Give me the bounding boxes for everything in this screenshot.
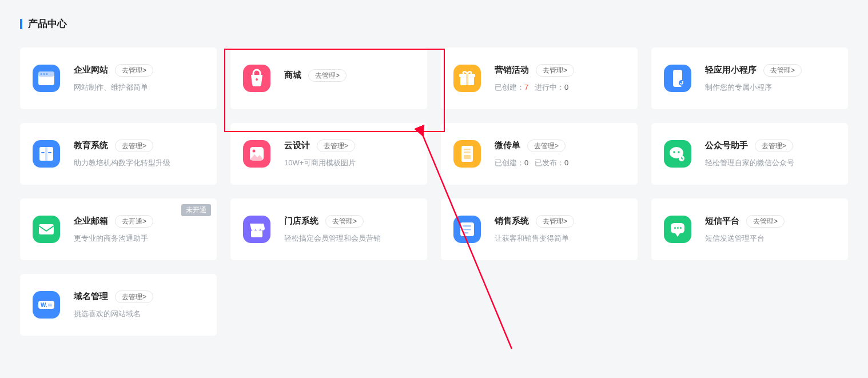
- product-card-xiaoshou-xitong[interactable]: 销售系统去管理>让获客和销售变得简单: [441, 198, 638, 260]
- card-description: 让获客和销售变得简单: [495, 233, 625, 244]
- section-title-text: 产品中心: [28, 17, 67, 30]
- product-card-gongzhonghao-zhushou[interactable]: 公众号助手去管理>轻松管理自家的微信公众号: [651, 123, 848, 185]
- card-title: 短信平台: [705, 216, 739, 226]
- stat-label: 已创建：: [495, 158, 524, 167]
- manage-button[interactable]: 去管理>: [317, 140, 355, 152]
- card-description: 已创建：0 已发布：0: [495, 158, 625, 168]
- manage-button[interactable]: 去管理>: [527, 140, 566, 152]
- product-card-duanxin-pingtai[interactable]: 短信平台去管理>短信发送管理平台: [651, 198, 848, 260]
- stat-label: 已发布：: [535, 158, 564, 167]
- card-description: 已创建：7 进行中：0: [495, 82, 625, 93]
- card-description: 10W+可商用模板图片: [284, 158, 415, 168]
- card-description: 轻松搞定会员管理和会员营销: [284, 233, 415, 244]
- product-card-qingyingyong-xiaochengxu[interactable]: 轻应用小程序去管理>制作您的专属小程序: [651, 47, 848, 109]
- product-card-qiye-wangzhan[interactable]: 企业网站去管理>网站制作、维护都简单: [20, 47, 217, 109]
- stat-label: 进行中：: [535, 83, 564, 91]
- card-description: 网站制作、维护都简单: [74, 82, 204, 93]
- product-card-jiaoyu-xitong[interactable]: 教育系统去管理>助力教培机构数字化转型升级: [20, 123, 217, 185]
- manage-button[interactable]: 去管理>: [746, 215, 785, 228]
- card-title: 销售系统: [495, 216, 529, 226]
- stat-value: 0: [564, 83, 568, 91]
- card-description: 助力教培机构数字化转型升级: [74, 158, 204, 168]
- card-description: 短信发送管理平台: [705, 233, 835, 244]
- manage-button[interactable]: 去管理>: [755, 140, 793, 152]
- card-title: 教育系统: [74, 140, 108, 151]
- card-title: 营销活动: [495, 65, 529, 75]
- image-icon: [243, 140, 270, 168]
- domain-icon: [33, 291, 60, 319]
- open-button[interactable]: 去开通>: [115, 215, 153, 228]
- product-card-wei-chuandan[interactable]: 微传单去管理>已创建：0 已发布：0: [441, 123, 638, 185]
- bag-icon: [243, 65, 270, 92]
- section-title: 产品中心: [20, 17, 848, 30]
- product-card-yingxiao-huodong[interactable]: 营销活动去管理>已创建：7 进行中：0: [441, 47, 638, 109]
- manage-button[interactable]: 去管理>: [115, 64, 153, 77]
- not-opened-badge: 未开通: [181, 204, 211, 216]
- window-icon: [33, 65, 60, 92]
- card-description: 挑选喜欢的网站域名: [74, 309, 204, 319]
- stat-value: 0: [564, 158, 568, 167]
- store-icon: [243, 216, 270, 243]
- list-icon: [453, 216, 481, 243]
- product-card-yun-sheji[interactable]: 云设计去管理>10W+可商用模板图片: [230, 123, 427, 185]
- chat-icon: [664, 216, 691, 243]
- card-title: 门店系统: [284, 216, 318, 226]
- wechat-icon: [664, 140, 691, 168]
- card-title: 轻应用小程序: [705, 65, 756, 75]
- manage-button[interactable]: 去管理>: [115, 291, 153, 303]
- manage-button[interactable]: 去管理>: [325, 215, 364, 228]
- card-title: 企业网站: [74, 65, 108, 75]
- card-description: 制作您的专属小程序: [705, 82, 835, 93]
- stat-label: 已创建：: [495, 83, 524, 91]
- card-title: 域名管理: [74, 291, 108, 302]
- card-description: 轻松管理自家的微信公众号: [705, 158, 835, 168]
- card-title: 云设计: [284, 140, 310, 151]
- product-card-qiye-youxiang[interactable]: 企业邮箱去开通>更专业的商务沟通助手未开通: [20, 198, 217, 260]
- manage-button[interactable]: 去管理>: [536, 64, 574, 77]
- card-title: 公众号助手: [705, 140, 748, 151]
- card-title: 企业邮箱: [74, 216, 108, 226]
- manage-button[interactable]: 去管理>: [763, 64, 802, 77]
- flyer-icon: [453, 140, 481, 168]
- product-card-mendian-xitong[interactable]: 门店系统去管理>轻松搞定会员管理和会员营销: [230, 198, 427, 260]
- manage-button[interactable]: 去管理>: [115, 140, 153, 152]
- card-title: 微传单: [495, 140, 520, 151]
- product-card-shangcheng[interactable]: 商城去管理>: [230, 47, 427, 109]
- card-title: 商城: [284, 70, 301, 81]
- phone-icon: [664, 65, 691, 92]
- manage-button[interactable]: 去管理>: [308, 69, 347, 82]
- gift-icon: [453, 65, 481, 92]
- book-icon: [33, 140, 60, 168]
- product-card-yuming-guanli[interactable]: 域名管理去管理>挑选喜欢的网站域名: [20, 274, 217, 336]
- card-description: 更专业的商务沟通助手: [74, 233, 204, 244]
- manage-button[interactable]: 去管理>: [536, 215, 574, 228]
- mail-icon: [33, 216, 60, 243]
